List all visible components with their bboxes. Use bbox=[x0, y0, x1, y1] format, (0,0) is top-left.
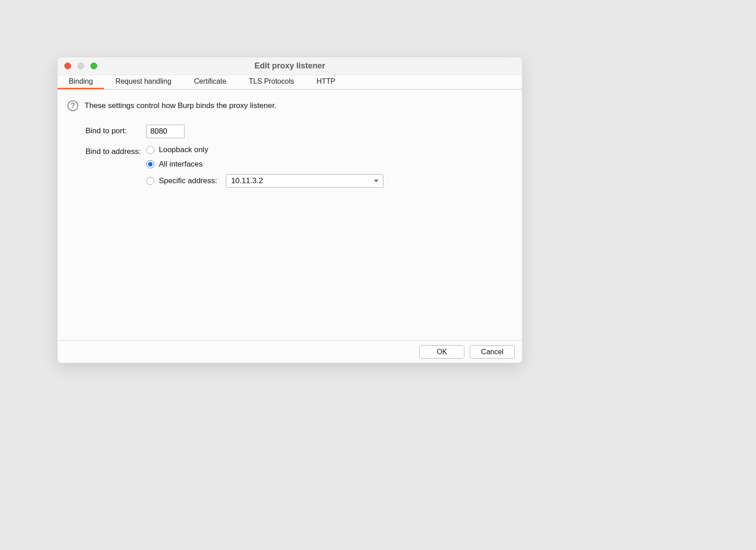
radio-loopback-only[interactable] bbox=[146, 146, 154, 154]
window-zoom-button[interactable] bbox=[90, 63, 97, 69]
bind-port-label: Bind to port: bbox=[86, 125, 146, 135]
bind-address-label: Bind to address: bbox=[86, 145, 146, 156]
tab-label: HTTP bbox=[316, 77, 335, 86]
tab-bar: Binding Request handling Certificate TLS… bbox=[58, 75, 522, 90]
window-minimize-button[interactable] bbox=[77, 63, 84, 69]
ok-button[interactable]: OK bbox=[419, 345, 464, 359]
radio-label: Specific address: bbox=[159, 176, 217, 185]
specific-address-value: 10.11.3.2 bbox=[231, 176, 263, 185]
tab-tls-protocols[interactable]: TLS Protocols bbox=[238, 75, 305, 89]
window-close-button[interactable] bbox=[64, 63, 71, 69]
cancel-button[interactable]: Cancel bbox=[470, 345, 515, 359]
radio-label: Loopback only bbox=[159, 145, 208, 154]
dialog-edit-proxy-listener: Edit proxy listener Binding Request hand… bbox=[57, 57, 522, 363]
button-label: OK bbox=[436, 348, 447, 356]
chevron-down-icon bbox=[374, 180, 378, 182]
button-label: Cancel bbox=[481, 348, 504, 356]
binding-description: These settings control how Burp binds th… bbox=[85, 101, 276, 110]
tab-content-binding: ? These settings control how Burp binds … bbox=[58, 90, 522, 340]
tab-certificate[interactable]: Certificate bbox=[183, 75, 238, 89]
radio-label: All interfaces bbox=[159, 160, 202, 169]
dialog-footer: OK Cancel bbox=[58, 340, 522, 363]
bind-port-input[interactable] bbox=[146, 125, 184, 138]
specific-address-select[interactable]: 10.11.3.2 bbox=[226, 174, 383, 188]
tab-label: TLS Protocols bbox=[249, 77, 294, 86]
tab-label: Request handling bbox=[115, 77, 171, 86]
radio-all-interfaces[interactable] bbox=[146, 160, 154, 168]
radio-specific-address[interactable] bbox=[146, 177, 154, 185]
tab-http[interactable]: HTTP bbox=[305, 75, 346, 89]
dialog-title: Edit proxy listener bbox=[58, 61, 522, 71]
help-icon[interactable]: ? bbox=[68, 100, 78, 111]
tab-binding[interactable]: Binding bbox=[58, 75, 104, 89]
tab-label: Certificate bbox=[194, 77, 226, 86]
titlebar: Edit proxy listener bbox=[58, 57, 522, 75]
tab-request-handling[interactable]: Request handling bbox=[104, 75, 183, 89]
tab-label: Binding bbox=[69, 77, 93, 86]
window-controls bbox=[64, 63, 97, 69]
